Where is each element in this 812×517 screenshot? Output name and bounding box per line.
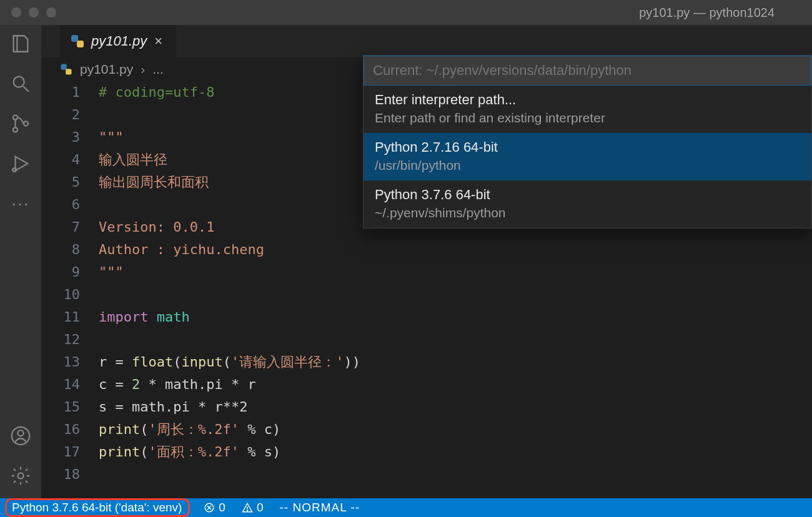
- editor-tab[interactable]: py101.py ×: [60, 25, 177, 57]
- code-line[interactable]: c = 2 * math.pi * r: [99, 373, 812, 396]
- breadcrumb-rest: ...: [152, 62, 164, 77]
- chevron-right-icon: ›: [141, 62, 145, 77]
- code-line[interactable]: r = float(input('请输入圆半径：')): [99, 351, 812, 373]
- status-errors[interactable]: 0: [201, 501, 228, 515]
- quickpick-item[interactable]: Python 2.7.16 64-bit/usr/bin/python: [364, 133, 811, 180]
- activity-bar: ···: [0, 25, 41, 498]
- tab-filename: py101.py: [91, 33, 147, 49]
- svg-point-14: [247, 510, 247, 511]
- line-number: 2: [41, 104, 80, 126]
- line-number: 8: [41, 239, 80, 261]
- line-number: 13: [41, 351, 80, 373]
- line-number: 4: [41, 149, 80, 171]
- svg-point-4: [24, 121, 28, 126]
- interpreter-quickpick: Enter interpreter path...Enter path or f…: [363, 55, 812, 229]
- line-number: 9: [41, 261, 80, 283]
- line-number: 10: [41, 283, 80, 306]
- line-number: 1: [41, 81, 80, 104]
- quickpick-item-desc: /usr/bin/python: [375, 158, 800, 173]
- status-vim-mode: -- NORMAL --: [277, 501, 362, 515]
- warning-count: 0: [257, 501, 264, 515]
- svg-line-1: [23, 86, 29, 92]
- svg-point-2: [13, 116, 17, 120]
- quickpick-item-title: Python 3.7.6 64-bit: [375, 187, 800, 203]
- close-tab-icon[interactable]: ×: [154, 33, 162, 49]
- status-bar: Python 3.7.6 64-bit ('data': venv) 0 0 -…: [0, 498, 812, 517]
- editor-area: py101.py × py101.py › ... 12345678910111…: [41, 25, 812, 498]
- accounts-icon[interactable]: [9, 425, 32, 447]
- status-python-interpreter[interactable]: Python 3.7.6 64-bit ('data': venv): [5, 498, 190, 517]
- settings-gear-icon[interactable]: [9, 465, 32, 487]
- minimize-window-button[interactable]: [29, 7, 39, 17]
- run-debug-icon[interactable]: [9, 152, 32, 175]
- more-actions-icon[interactable]: ···: [11, 192, 29, 212]
- code-line[interactable]: [99, 463, 812, 486]
- python-file-icon: [71, 35, 84, 47]
- quickpick-item-title: Python 2.7.16 64-bit: [375, 139, 800, 155]
- quickpick-item[interactable]: Python 3.7.6 64-bit~/.pyenv/shims/python: [364, 180, 811, 228]
- breadcrumb-file: py101.py: [80, 62, 133, 77]
- close-window-button[interactable]: [11, 7, 21, 17]
- code-line[interactable]: Author : yichu.cheng: [99, 239, 812, 261]
- code-line[interactable]: """: [99, 261, 812, 283]
- line-number: 5: [41, 171, 80, 194]
- status-warnings[interactable]: 0: [239, 501, 266, 515]
- explorer-icon[interactable]: [9, 32, 32, 55]
- quickpick-item-desc: ~/.pyenv/shims/python: [375, 205, 800, 220]
- svg-point-6: [12, 168, 16, 172]
- line-number: 3: [41, 126, 80, 149]
- line-number: 11: [41, 306, 80, 328]
- window-controls: [0, 7, 56, 17]
- line-number: 6: [41, 194, 80, 216]
- code-line[interactable]: print('周长：%.2f' % c): [99, 418, 812, 441]
- window-title: py101.py — python1024: [639, 6, 812, 20]
- line-number: 17: [41, 441, 80, 463]
- quickpick-item-title: Enter interpreter path...: [375, 92, 800, 108]
- quickpick-item-desc: Enter path or find an existing interpret…: [375, 111, 800, 126]
- titlebar: py101.py — python1024: [0, 0, 812, 25]
- code-line[interactable]: [99, 283, 812, 306]
- code-line[interactable]: print('面积：%.2f' % s): [99, 441, 812, 463]
- line-number: 7: [41, 216, 80, 239]
- svg-point-3: [13, 127, 17, 132]
- line-number: 12: [41, 328, 80, 351]
- code-line[interactable]: import math: [99, 306, 812, 328]
- code-line[interactable]: [99, 328, 812, 351]
- zoom-window-button[interactable]: [46, 7, 56, 17]
- search-icon[interactable]: [9, 72, 32, 95]
- line-number: 14: [41, 373, 80, 396]
- svg-point-8: [17, 430, 23, 436]
- quickpick-input[interactable]: [364, 56, 811, 86]
- line-number: 15: [41, 396, 80, 418]
- error-count: 0: [219, 501, 225, 515]
- source-control-icon[interactable]: [9, 112, 32, 135]
- svg-point-0: [14, 77, 24, 87]
- tab-row: py101.py ×: [41, 25, 812, 57]
- line-number: 16: [41, 418, 80, 441]
- python-file-icon: [61, 64, 72, 75]
- line-number-gutter: 123456789101112131415161718: [41, 81, 99, 498]
- line-number: 18: [41, 463, 80, 486]
- svg-point-9: [17, 473, 23, 478]
- quickpick-item[interactable]: Enter interpreter path...Enter path or f…: [364, 86, 811, 133]
- svg-marker-5: [16, 157, 28, 171]
- code-line[interactable]: s = math.pi * r**2: [99, 396, 812, 418]
